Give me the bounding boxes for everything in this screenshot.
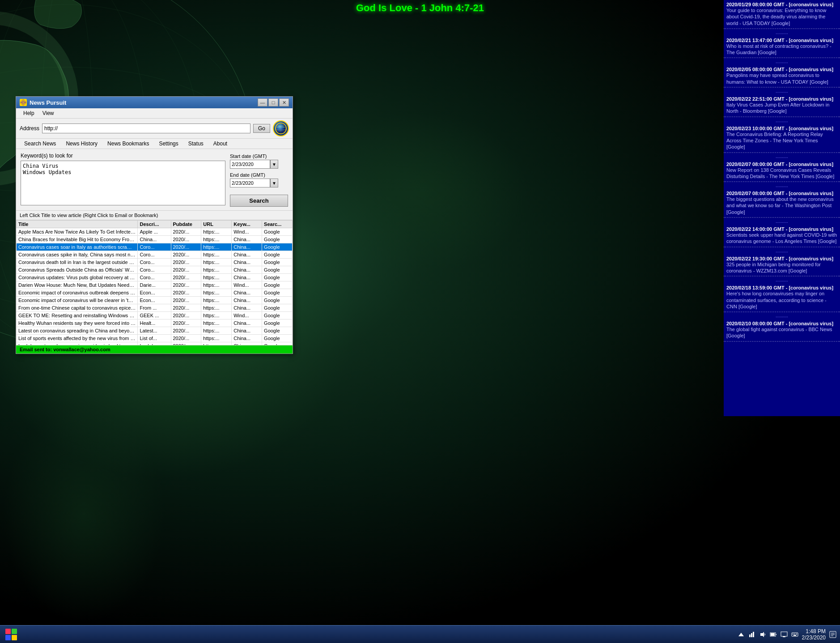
news-item-date: 2020/02/07 08:00:00 GMT - [coronavirus v… (726, 191, 837, 196)
start-date-input[interactable] (230, 160, 270, 169)
svg-point-8 (21, 100, 26, 105)
table-row[interactable]: China Braces for Inevitable Big Hit to E… (17, 236, 293, 243)
svg-marker-19 (738, 633, 744, 636)
news-item-date: 2020/02/05 08:00:00 GMT - [coronavirus v… (726, 67, 837, 72)
news-item[interactable]: 2020/02/18 13:59:00 GMT - [coronavirus v… (724, 283, 840, 312)
tab-search-news[interactable]: Search News (20, 140, 60, 148)
network-icon[interactable] (748, 631, 755, 638)
col-header-src: Searc... (262, 221, 293, 228)
news-item[interactable]: 2020/02/22 19:30:00 GMT - [coronavirus v… (724, 254, 840, 277)
news-item[interactable]: 2020/02/22 14:00:00 GMT - [coronavirus v… (724, 225, 840, 247)
news-item[interactable]: 2020/02/07 08:00:00 GMT - [coronavirus v… (724, 189, 840, 218)
news-separator: .......... (724, 117, 840, 124)
svg-rect-26 (771, 633, 775, 636)
table-row[interactable]: Darien Wow House: Much New, But Updates … (17, 281, 293, 289)
table-row[interactable]: Healthy Wuhan residents say they were fo… (17, 319, 293, 327)
col-header-descr: Descri... (138, 221, 171, 228)
start-date-calendar-button[interactable]: ▼ (270, 160, 278, 169)
news-item[interactable]: 2020/02/05 08:00:00 GMT - [coronavirus v… (724, 65, 840, 88)
svg-rect-22 (753, 632, 754, 637)
menu-help[interactable]: Help (20, 109, 38, 117)
table-row[interactable]: Economic impact of coronavirus will be c… (17, 297, 293, 304)
news-item[interactable]: 2020/02/10 08:00:00 GMT - [coronavirus v… (724, 319, 840, 342)
table-row[interactable]: Apple Macs Are Now Twice As Likely To Ge… (17, 228, 293, 236)
date-display: 2/23/2020 (802, 634, 826, 641)
menu-view[interactable]: View (39, 109, 58, 117)
news-item[interactable]: 2020/02/22 22:51:00 GMT - [coronavirus v… (724, 94, 840, 117)
chevron-up-icon (738, 631, 745, 638)
news-separator: .......... (724, 218, 840, 225)
svg-rect-32 (794, 634, 795, 634)
table-row[interactable]: List of sports events affected by the ne… (17, 335, 293, 342)
news-separator: .......... (724, 153, 840, 160)
tab-news-bookmarks[interactable]: News Bookmarks (103, 140, 153, 148)
keywords-label: Keyword(s) to look for (21, 153, 225, 159)
news-item[interactable]: 2020/02/21 13:47:00 GMT - [coronavirus v… (724, 36, 840, 59)
table-row[interactable]: Coronavirus updates: Virus puts global r… (17, 274, 293, 281)
start-date-label: Start date (GMT) (230, 153, 288, 159)
results-table: Title Descri... Pubdate URL Keyw... Sear… (16, 220, 293, 345)
news-item[interactable]: 2020/02/07 08:00:00 GMT - [coronavirus v… (724, 160, 840, 183)
keywords-section: Keyword(s) to look for China Virus Windo… (21, 153, 225, 207)
svg-rect-15 (5, 629, 11, 634)
news-item-text: Who is most at risk of contracting coron… (726, 43, 837, 56)
tab-about[interactable]: About (209, 140, 232, 148)
table-row[interactable]: Latest on coronavirus spreading in China… (17, 327, 293, 335)
globe-button[interactable] (273, 120, 289, 136)
taskbar: 1:48 PM 2/23/2020 (0, 625, 840, 643)
table-row[interactable]: Coronavirus cases spike in Italy, China … (17, 251, 293, 259)
results-table-container[interactable]: Title Descri... Pubdate URL Keyw... Sear… (16, 220, 293, 345)
news-item-text: Pangolins may have spread coronavirus to… (726, 72, 837, 85)
volume-icon[interactable] (759, 631, 766, 638)
maximize-button[interactable]: □ (268, 98, 278, 106)
dates-section: Start date (GMT) ▼ End date (GMT) ▼ Sear… (230, 153, 288, 207)
search-button[interactable]: Search (230, 195, 288, 207)
notifications-icon[interactable] (829, 631, 836, 638)
news-item-date: 2020/02/21 13:47:00 GMT - [coronavirus v… (726, 38, 837, 43)
svg-rect-20 (749, 634, 751, 637)
table-row[interactable]: From one-time Chinese capital to coronav… (17, 304, 293, 312)
close-button[interactable]: ✕ (279, 98, 289, 106)
news-item-text: 325 people in Michigan being monitored f… (726, 261, 837, 274)
end-date-input[interactable] (230, 179, 270, 187)
table-row[interactable]: Coronavirus death toll in Iran is the la… (17, 259, 293, 266)
search-panel: Keyword(s) to look for China Virus Windo… (16, 149, 293, 211)
start-button[interactable] (0, 626, 22, 643)
table-row[interactable]: Lockdowns to curb coronavirus epidemic l… (17, 342, 293, 346)
table-row[interactable]: Economic impact of coronavirus outbreak … (17, 289, 293, 297)
news-item-date: 2020/02/22 19:30:00 GMT - [coronavirus v… (726, 256, 837, 261)
results-tbody: Apple Macs Are Now Twice As Likely To Ge… (17, 228, 293, 346)
tab-status[interactable]: Status (184, 140, 208, 148)
start-date-row: Start date (GMT) ▼ (230, 153, 288, 169)
news-item-text: The global fight against coronavirus - B… (726, 326, 837, 339)
svg-rect-17 (5, 635, 11, 640)
col-header-kw: Keyw... (232, 221, 262, 228)
battery-icon[interactable] (770, 631, 777, 638)
svg-rect-34 (793, 635, 796, 636)
keywords-textarea[interactable]: China Virus Windows Updates (21, 161, 225, 205)
page-title: God Is Love - 1 John 4:7-21 (0, 2, 840, 14)
news-item-text: The biggest questions about the new coro… (726, 196, 837, 215)
tab-news-history[interactable]: News History (61, 140, 102, 148)
news-separator: .......... (724, 277, 840, 283)
table-row[interactable]: GEEK TO ME: Resetting and reinstalling W… (17, 312, 293, 319)
tab-settings[interactable]: Settings (154, 140, 182, 148)
window-menubar: Help View (16, 108, 293, 119)
table-row[interactable]: Coronavirus cases soar in Italy as autho… (17, 243, 293, 251)
news-item-text: The Coronavirus Briefing: A Reporting Re… (726, 131, 837, 150)
news-item-date: 2020/02/22 22:51:00 GMT - [coronavirus v… (726, 96, 837, 102)
svg-rect-31 (793, 634, 793, 634)
news-item[interactable]: 2020/02/23 10:00:00 GMT - [coronavirus v… (724, 124, 840, 153)
news-item-date: 2020/02/18 13:59:00 GMT - [coronavirus v… (726, 285, 837, 290)
results-label: Left Click Title to view article (Right … (16, 211, 293, 220)
go-button[interactable]: Go (253, 124, 270, 133)
table-row[interactable]: Coronavirus Spreads Outside China as Off… (17, 266, 293, 274)
end-date-label: End date (GMT) (230, 172, 288, 178)
address-input[interactable] (42, 123, 250, 133)
news-separator: .......... (724, 58, 840, 65)
minimize-button[interactable]: — (258, 98, 267, 106)
keyboard-icon[interactable] (791, 631, 798, 638)
end-date-calendar-button[interactable]: ▼ (270, 179, 278, 187)
display-icon[interactable] (781, 631, 788, 638)
news-item-text: New Report on 138 Coronavirus Cases Reve… (726, 167, 837, 180)
